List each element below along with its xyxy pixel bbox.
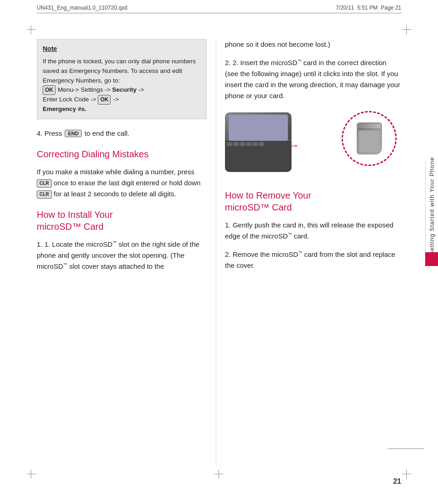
install-heading: How to Install Your microSD™ Card <box>37 209 207 233</box>
note-security: Security <box>112 86 136 93</box>
right-column: phone so it does not become lost.) 2. 2.… <box>216 39 401 467</box>
phone-illustration <box>225 112 292 172</box>
remove-item-2: 2. Remove the microSD™ card from the slo… <box>225 249 401 271</box>
page-header: UN431_Eng_manual1.0_110720.qxd 7/20/11 5… <box>37 5 401 13</box>
tm-sup-3: ™ <box>298 59 302 63</box>
side-tab-bar <box>425 252 438 266</box>
note-body: If the phone is locked, you can only dia… <box>43 57 201 115</box>
press-suffix: to end the call. <box>84 129 129 137</box>
press-end-line: 4. Press END to end the call. <box>37 129 207 137</box>
side-tab: Getting Started with Your Phone <box>425 161 438 252</box>
bottom-h-line <box>387 449 424 449</box>
note-emergency: Emergency #s. <box>43 105 86 112</box>
tm-sup-1: ™ <box>112 240 117 245</box>
reg-mark-top-right <box>402 25 411 34</box>
remove-heading: How to Remove Your microSD™ Card <box>225 189 401 213</box>
press-prefix: 4. Press <box>37 129 62 137</box>
header-date: 7/20/11 5:51 PM Page 21 <box>336 5 401 11</box>
clr-button-1: CLR <box>37 179 52 188</box>
install-item-1: 1. 1. Locate the microSD™ slot on the ri… <box>37 240 199 270</box>
install-continued: phone so it does not become lost.) <box>225 39 401 50</box>
side-tab-text: Getting Started with Your Phone <box>428 157 435 256</box>
header-filename: UN431_Eng_manual1.0_110720.qxd <box>37 5 128 11</box>
microsd-circle <box>342 111 397 166</box>
tm-sup-4: ™ <box>288 232 292 237</box>
arrow-icon: → <box>288 139 299 152</box>
reg-mark-top-left <box>27 25 36 34</box>
note-box: Note If the phone is locked, you can onl… <box>37 39 207 119</box>
reg-mark-bottom-center <box>214 470 224 479</box>
remove-item-1: 1. Gently push the card in, this will re… <box>225 220 401 242</box>
tm-sup-5: ™ <box>298 250 302 255</box>
correcting-body: If you make a mistake while dialing a nu… <box>37 166 207 199</box>
reg-mark-bottom-right <box>402 470 411 479</box>
clr-button-2: CLR <box>37 190 52 199</box>
tm-sup-2: ™ <box>63 262 67 267</box>
left-column: Note If the phone is locked, you can onl… <box>37 39 216 467</box>
ok-button-icon-2: OK <box>98 95 111 105</box>
note-menu-text: Menu-> Settings -> <box>58 86 111 93</box>
ok-button-icon: OK <box>43 85 56 95</box>
correcting-heading: Correcting Dialing Mistakes <box>37 148 207 160</box>
microsd-card <box>357 122 382 155</box>
microsd-image: → <box>225 109 401 182</box>
page-number: 21 <box>393 477 401 486</box>
end-button: END <box>65 130 82 137</box>
note-title: Note <box>43 44 201 54</box>
install-body: 1. 1. Locate the microSD™ slot on the ri… <box>37 239 207 272</box>
reg-mark-bottom-left <box>27 470 36 479</box>
install-item-2: 2. 2. Insert the microSD™ card in the co… <box>225 57 401 101</box>
content-area: Note If the phone is locked, you can onl… <box>37 39 401 467</box>
